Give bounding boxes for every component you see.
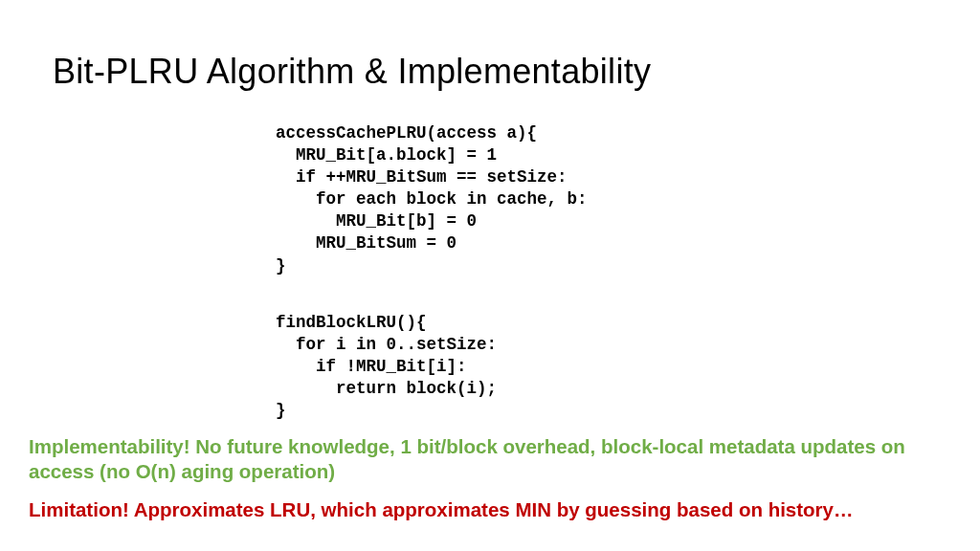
code-block-access: accessCachePLRU(access a){ MRU_Bit[a.blo… xyxy=(276,122,588,277)
code-block-find: findBlockLRU(){ for i in 0..setSize: if … xyxy=(276,312,497,422)
implementability-note: Implementability! No future knowledge, 1… xyxy=(29,434,951,484)
slide-title: Bit-PLRU Algorithm & Implementability xyxy=(53,52,651,92)
limitation-note: Limitation! Approximates LRU, which appr… xyxy=(29,497,951,522)
